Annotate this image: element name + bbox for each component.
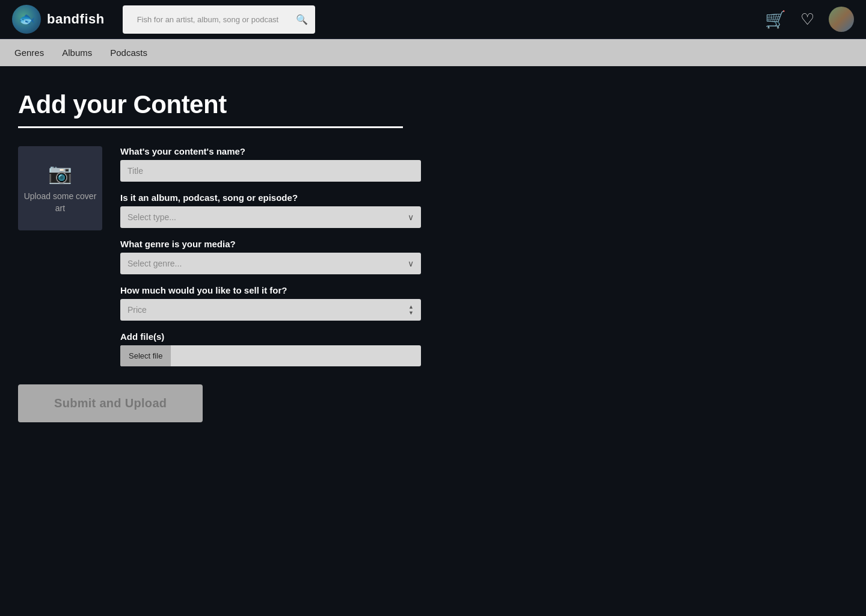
genre-select[interactable]: Select genre... Pop Rock Jazz Classical … [120, 253, 421, 274]
cart-icon[interactable]: 🛒 [765, 10, 786, 29]
submit-button[interactable]: Submit and Upload [18, 384, 203, 422]
cover-art-upload[interactable]: 📷 Upload some cover art [18, 146, 102, 230]
name-field-group: What's your content's name? [120, 146, 421, 182]
main-content: Add your Content 📷 Upload some cover art… [0, 66, 866, 446]
nav-item-albums[interactable]: Albums [62, 45, 92, 60]
genre-select-wrapper: Select genre... Pop Rock Jazz Classical … [120, 253, 421, 274]
nav-item-genres[interactable]: Genres [14, 45, 44, 60]
file-field-group: Add file(s) Select file [120, 331, 421, 366]
favorites-icon[interactable]: ♡ [800, 10, 814, 29]
title-input[interactable] [120, 160, 421, 182]
form-area: 📷 Upload some cover art What's your cont… [18, 146, 848, 366]
header: 🐟 bandfish 🔍 🛒 ♡ [0, 0, 866, 39]
file-name-display [171, 350, 421, 362]
logo-text: bandfish [47, 11, 105, 27]
page-title: Add your Content [18, 90, 848, 119]
user-avatar[interactable] [829, 7, 854, 32]
type-label: Is it an album, podcast, song or episode… [120, 192, 421, 203]
genre-field-group: What genre is your media? Select genre..… [120, 239, 421, 274]
nav-item-podcasts[interactable]: Podcasts [110, 45, 147, 60]
price-input[interactable] [120, 299, 421, 321]
type-select[interactable]: Select type... Album Podcast Song Episod… [120, 206, 421, 228]
name-label: What's your content's name? [120, 146, 421, 156]
price-wrapper: ▲ ▼ [120, 299, 421, 321]
search-bar: 🔍 [123, 5, 315, 34]
file-input-wrapper: Select file [120, 345, 421, 366]
camera-icon: 📷 [48, 162, 72, 185]
form-fields: What's your content's name? Is it an alb… [120, 146, 421, 366]
type-field-group: Is it an album, podcast, song or episode… [120, 192, 421, 228]
price-label: How much would you like to sell it for? [120, 285, 421, 295]
type-select-wrapper: Select type... Album Podcast Song Episod… [120, 206, 421, 228]
cover-art-label: Upload some cover art [18, 191, 102, 214]
price-field-group: How much would you like to sell it for? … [120, 285, 421, 321]
genre-label: What genre is your media? [120, 239, 421, 249]
search-input[interactable] [130, 9, 291, 30]
nav-bar: Genres Albums Podcasts [0, 39, 866, 66]
files-label: Add file(s) [120, 331, 421, 342]
select-file-button[interactable]: Select file [120, 345, 171, 366]
logo-image: 🐟 [12, 5, 41, 34]
fish-icon: 🐟 [19, 11, 35, 27]
logo-area[interactable]: 🐟 bandfish [12, 5, 105, 34]
header-right: 🛒 ♡ [765, 7, 854, 32]
title-underline [18, 126, 403, 128]
search-icon[interactable]: 🔍 [296, 14, 308, 25]
